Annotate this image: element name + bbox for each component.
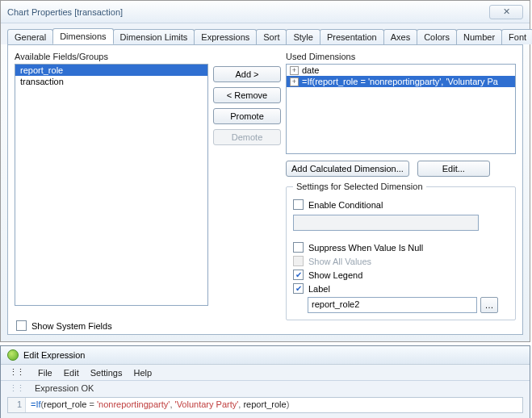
- tree-item-label: date: [302, 65, 319, 75]
- expr-titlebar: Edit Expression: [1, 346, 530, 365]
- enable-conditional-checkbox[interactable]: [293, 199, 304, 210]
- app-icon: [7, 349, 19, 361]
- expand-icon[interactable]: +: [290, 66, 299, 75]
- tree-row[interactable]: + date: [287, 65, 515, 76]
- label-checkbox-label: Label: [308, 284, 330, 294]
- tab-strip: General Dimensions Dimension Limits Expr…: [1, 23, 530, 44]
- line-number: 1: [8, 398, 26, 412]
- conditional-field[interactable]: [293, 215, 479, 231]
- label-builder-button[interactable]: …: [480, 297, 498, 313]
- label-checkbox[interactable]: [293, 283, 304, 294]
- demote-button[interactable]: Demote: [213, 129, 281, 145]
- settings-group: Settings for Selected Dimension Enable C…: [286, 182, 516, 320]
- label-field[interactable]: report_role2: [308, 297, 477, 313]
- titlebar: Chart Properties [transaction] ✕: [1, 1, 530, 23]
- toolbar-grip-icon: ⋮⋮: [9, 367, 23, 378]
- tab-dimension-limits[interactable]: Dimension Limits: [113, 29, 195, 44]
- add-calculated-dimension-button[interactable]: Add Calculated Dimension...: [286, 161, 409, 177]
- show-legend-checkbox[interactable]: [293, 270, 304, 280]
- tab-colors[interactable]: Colors: [417, 29, 457, 44]
- menu-help[interactable]: Help: [133, 368, 152, 378]
- show-legend-label: Show Legend: [308, 270, 362, 280]
- suppress-null-checkbox[interactable]: [293, 242, 304, 253]
- tree-item-label: =If(report_role = 'nonreportingparty', '…: [302, 77, 498, 86]
- tab-general[interactable]: General: [7, 29, 53, 44]
- tree-row[interactable]: + =If(report_role = 'nonreportingparty',…: [287, 76, 515, 87]
- tab-presentation[interactable]: Presentation: [320, 29, 384, 44]
- available-fields-label: Available Fields/Groups: [15, 52, 208, 61]
- expand-icon[interactable]: +: [290, 77, 299, 86]
- show-system-fields-checkbox[interactable]: [16, 320, 27, 331]
- edit-button[interactable]: Edit...: [417, 161, 490, 177]
- expression-editor[interactable]: 1 =If(report_role = 'nonreportingparty',…: [7, 397, 523, 413]
- toolbar-grip-icon: ⋮⋮: [1, 383, 23, 394]
- tab-font[interactable]: Font: [501, 29, 532, 44]
- close-button[interactable]: ✕: [489, 5, 523, 19]
- expr-menubar: ⋮⋮ File Edit Settings Help: [1, 365, 530, 381]
- menu-settings[interactable]: Settings: [90, 368, 123, 378]
- promote-button[interactable]: Promote: [213, 108, 281, 124]
- available-fields-list[interactable]: report_role transaction: [15, 64, 208, 306]
- show-all-values-checkbox: [293, 256, 304, 266]
- list-item[interactable]: report_role: [15, 65, 207, 76]
- window-title: Chart Properties [transaction]: [7, 7, 489, 17]
- suppress-null-label: Suppress When Value Is Null: [308, 243, 423, 253]
- tab-dimensions[interactable]: Dimensions: [52, 28, 113, 44]
- menu-edit[interactable]: Edit: [64, 368, 79, 378]
- used-dimensions-tree[interactable]: + date + =If(report_role = 'nonreporting…: [286, 64, 516, 154]
- tab-sort[interactable]: Sort: [256, 29, 287, 44]
- enable-conditional-label: Enable Conditional: [308, 200, 383, 210]
- list-item[interactable]: transaction: [15, 76, 207, 87]
- add-button[interactable]: Add >: [213, 66, 281, 82]
- show-all-values-label: Show All Values: [308, 257, 371, 266]
- expression-status: Expression OK: [27, 381, 102, 395]
- tab-expressions[interactable]: Expressions: [194, 29, 257, 44]
- settings-legend: Settings for Selected Dimension: [293, 182, 426, 191]
- remove-button[interactable]: < Remove: [213, 87, 281, 103]
- show-system-fields-label: Show System Fields: [31, 321, 112, 331]
- menu-file[interactable]: File: [38, 368, 52, 378]
- code-line[interactable]: =If(report_role = 'nonreportingparty', '…: [26, 398, 294, 412]
- used-dimensions-label: Used Dimensions: [286, 52, 516, 61]
- tab-style[interactable]: Style: [286, 29, 320, 44]
- expr-window-title: Edit Expression: [23, 350, 85, 360]
- tab-axes[interactable]: Axes: [383, 29, 417, 44]
- close-icon: ✕: [503, 6, 510, 17]
- tab-number[interactable]: Number: [456, 29, 502, 44]
